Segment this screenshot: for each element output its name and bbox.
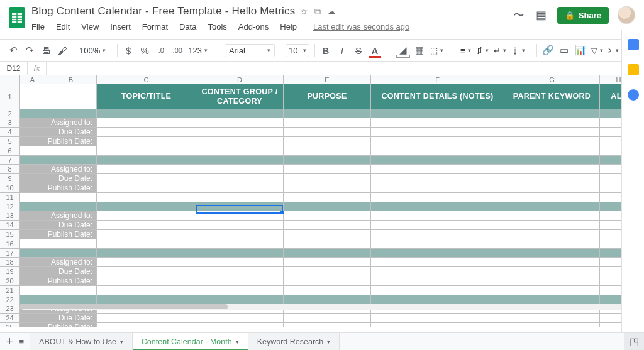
caret-icon[interactable]: ▾	[120, 339, 123, 345]
row-label-assigned: Assigned to:	[45, 258, 97, 267]
last-edit-link[interactable]: Last edit was seconds ago	[313, 22, 409, 31]
explore-button[interactable]: ◳	[624, 333, 644, 350]
col-header-F[interactable]: F	[371, 75, 504, 84]
col-header-E[interactable]: E	[284, 75, 371, 84]
account-avatar[interactable]	[618, 6, 635, 24]
functions-icon[interactable]: Σ▾	[608, 46, 619, 55]
formula-input[interactable]	[47, 62, 644, 75]
name-box[interactable]: D12	[0, 62, 28, 75]
row-header[interactable]: 5	[0, 137, 20, 146]
menu-insert[interactable]: Insert	[110, 22, 131, 31]
font-size-select[interactable]: 10▾	[286, 44, 309, 57]
strikethrough-icon[interactable]: S	[353, 45, 364, 56]
horizontal-scrollbar[interactable]	[20, 304, 631, 310]
row-header[interactable]: 15	[0, 230, 20, 239]
row-header[interactable]: 10	[0, 183, 20, 193]
zoom-select[interactable]: 100%▾	[79, 46, 106, 55]
col-header-B[interactable]: B	[45, 75, 97, 84]
row-header[interactable]: 9	[0, 174, 20, 183]
row-header[interactable]: 24	[0, 314, 20, 323]
document-title[interactable]: Blog Content Calendar - Free Template - …	[31, 5, 295, 18]
rotate-icon[interactable]: ⭭▾	[511, 46, 525, 55]
col-header-A[interactable]: A	[20, 75, 45, 84]
row-header[interactable]: 7	[0, 156, 20, 165]
spreadsheet-grid[interactable]: ABCDEFGH1TOPIC/TITLECONTENT GROUP / CATE…	[0, 75, 644, 327]
sheet-tab-label: Content Calendar - Month	[142, 337, 232, 346]
row-header[interactable]: 13	[0, 211, 20, 221]
borders-icon[interactable]: ▦	[414, 45, 425, 56]
star-icon[interactable]: ☆	[300, 6, 308, 17]
paint-format-icon[interactable]: 🖌	[57, 45, 68, 56]
row-header[interactable]: 25	[0, 323, 20, 327]
row-header[interactable]: 2	[0, 109, 20, 118]
percent-icon[interactable]: %	[139, 45, 150, 56]
number-format-select[interactable]: 123▾	[188, 46, 208, 55]
activity-icon[interactable]: 〜	[512, 8, 526, 23]
row-header[interactable]: 19	[0, 267, 20, 276]
row-header[interactable]: 21	[0, 286, 20, 295]
row-header[interactable]: 3	[0, 118, 20, 128]
filter-icon[interactable]: ▽▾	[591, 46, 603, 55]
keep-addon-icon[interactable]	[628, 64, 639, 75]
row-header[interactable]: 17	[0, 249, 20, 258]
share-button[interactable]: 🔒 Share	[557, 7, 609, 24]
increase-decimal-icon[interactable]: .00	[172, 46, 183, 54]
sheet-tab[interactable]: ABOUT & How to Use▾	[30, 333, 133, 350]
row-header[interactable]: 1	[0, 84, 20, 109]
all-sheets-icon[interactable]: ≡	[19, 337, 25, 346]
col-header-C[interactable]: C	[97, 75, 196, 84]
cloud-icon[interactable]: ☁	[327, 6, 336, 17]
menu-format[interactable]: Format	[142, 22, 168, 31]
row-label-due: Due Date:	[45, 174, 97, 183]
row-header[interactable]: 18	[0, 258, 20, 267]
font-select[interactable]: Arial▾	[225, 44, 275, 57]
menu-help[interactable]: Help	[280, 22, 297, 31]
select-all-cell[interactable]	[0, 75, 20, 84]
row-header[interactable]: 16	[0, 239, 20, 249]
col-header-D[interactable]: D	[196, 75, 284, 84]
menu-edit[interactable]: Edit	[56, 22, 70, 31]
tasks-addon-icon[interactable]	[628, 89, 639, 101]
add-sheet-icon[interactable]: +	[6, 335, 13, 348]
row-header[interactable]: 8	[0, 165, 20, 174]
row-header[interactable]: 20	[0, 276, 20, 286]
print-icon[interactable]: 🖶	[40, 45, 52, 56]
fill-color-icon[interactable]: ◢	[397, 45, 409, 56]
row-header[interactable]: 11	[0, 193, 20, 202]
h-align-icon[interactable]: ≡▾	[460, 46, 471, 55]
sheet-tab[interactable]: Content Calendar - Month▾	[133, 333, 248, 350]
row-header[interactable]: 6	[0, 146, 20, 156]
italic-icon[interactable]: I	[336, 45, 348, 56]
move-icon[interactable]: ⧉	[314, 6, 321, 17]
menu-add-ons[interactable]: Add-ons	[238, 22, 269, 31]
sheets-logo[interactable]	[6, 4, 28, 31]
sheet-tab[interactable]: Keyword Research▾	[248, 333, 340, 350]
col-header-G[interactable]: G	[504, 75, 600, 84]
row-header[interactable]: 22	[0, 295, 20, 304]
undo-icon[interactable]: ↶	[8, 45, 19, 56]
bold-icon[interactable]: B	[320, 45, 331, 56]
link-icon[interactable]: 🔗	[542, 45, 553, 56]
text-color-icon[interactable]: A	[369, 45, 380, 56]
menu-view[interactable]: View	[81, 22, 99, 31]
row-header[interactable]: 4	[0, 128, 20, 137]
column-header-F: CONTENT DETAILS (NOTES)	[371, 84, 504, 109]
decrease-decimal-icon[interactable]: .0	[155, 46, 167, 54]
menu-file[interactable]: File	[31, 22, 45, 31]
v-align-icon[interactable]: ⇵▾	[476, 46, 489, 55]
comments-icon[interactable]: ▤	[535, 8, 548, 22]
row-header[interactable]: 23	[0, 304, 20, 314]
redo-icon[interactable]: ↷	[24, 45, 35, 56]
merge-cells-icon[interactable]: ⬚▾	[430, 46, 443, 55]
row-header[interactable]: 14	[0, 221, 20, 230]
caret-icon[interactable]: ▾	[236, 339, 239, 345]
menu-data[interactable]: Data	[179, 22, 196, 31]
calendar-addon-icon[interactable]	[628, 39, 639, 50]
chart-icon[interactable]: 📊	[575, 45, 586, 56]
caret-icon[interactable]: ▾	[327, 339, 330, 345]
menu-tools[interactable]: Tools	[208, 22, 226, 31]
row-header[interactable]: 12	[0, 202, 20, 211]
wrap-icon[interactable]: ↵▾	[494, 46, 506, 55]
comment-icon[interactable]: ▭	[558, 45, 570, 56]
currency-icon[interactable]: $	[123, 45, 134, 56]
